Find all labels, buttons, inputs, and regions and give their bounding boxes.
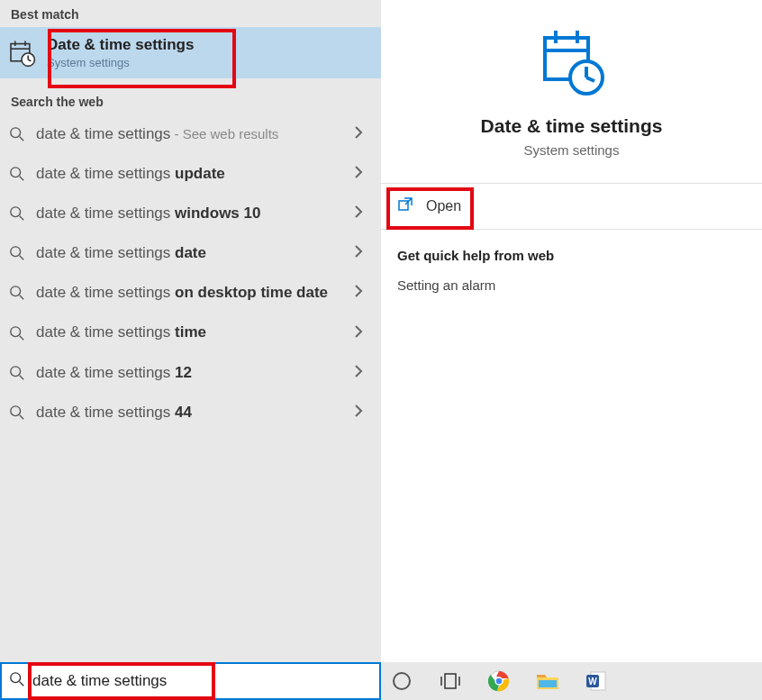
task-view-icon[interactable] [439,669,462,693]
search-icon [9,205,25,222]
svg-point-17 [11,326,21,336]
chrome-icon[interactable] [487,669,511,693]
file-explorer-icon[interactable] [536,669,559,693]
web-result-item[interactable]: date & time settings date [0,233,381,273]
svg-line-8 [20,137,24,141]
search-input[interactable] [32,672,372,690]
preview-title: Date & time settings [481,115,663,137]
svg-point-31 [11,673,21,683]
svg-point-11 [11,207,21,217]
web-result-text: date & time settings time [36,323,343,342]
chevron-right-icon [354,285,370,301]
open-button[interactable]: Open [397,196,461,216]
svg-line-12 [20,216,24,221]
quick-help-item[interactable]: Setting an alarm [397,277,746,293]
best-match-title: Date & time settings [47,36,194,54]
search-icon [9,126,25,142]
search-icon [9,285,25,301]
svg-point-39 [495,677,503,685]
svg-line-16 [20,295,24,300]
chevron-right-icon [354,126,370,142]
preview-hero: Date & time settings System settings [381,0,762,184]
svg-point-7 [11,128,21,138]
taskbar-search-box[interactable] [0,662,381,700]
svg-line-10 [20,177,24,181]
search-web-header: Search the web [0,87,381,114]
open-label: Open [426,198,461,214]
svg-rect-34 [445,674,456,688]
web-result-item[interactable]: date & time settings on desktop time dat… [0,273,381,313]
cortana-icon[interactable] [390,669,413,693]
web-result-text: date & time settings - See web results [36,124,343,144]
quick-help-section: Get quick help from web Setting an alarm [381,230,762,311]
svg-line-22 [20,414,24,419]
chevron-right-icon [354,205,370,222]
svg-text:W: W [588,677,597,686]
svg-line-32 [20,682,24,686]
search-icon [9,365,25,381]
calendar-clock-icon [536,27,608,99]
web-result-item[interactable]: date & time settings windows 10 [0,194,381,233]
svg-rect-40 [539,680,557,687]
web-results-list: date & time settings - See web resultsda… [0,114,381,432]
quick-help-header: Get quick help from web [397,248,746,263]
preview-panel: Date & time settings System settings Ope… [381,0,762,662]
word-icon[interactable]: W [585,669,608,693]
web-result-item[interactable]: date & time settings 44 [0,393,381,432]
web-result-item[interactable]: date & time settings 12 [0,353,381,393]
web-result-text: date & time settings 12 [36,363,343,383]
taskbar-tray: W [381,662,762,700]
web-result-item[interactable]: date & time settings update [0,154,381,194]
chevron-right-icon [354,166,370,182]
web-result-item[interactable]: date & time settings - See web results [0,114,381,154]
calendar-clock-icon [5,37,38,69]
web-result-text: date & time settings update [36,164,343,184]
chevron-right-icon [354,325,370,341]
web-result-text: date & time settings on desktop time dat… [36,283,343,303]
best-match-subtitle: System settings [47,56,194,69]
svg-line-20 [20,375,24,379]
search-icon [9,405,25,421]
best-match-header: Best match [0,0,381,27]
chevron-right-icon [354,405,370,421]
svg-line-14 [20,256,24,260]
web-result-text: date & time settings date [36,243,343,263]
open-external-icon [397,196,413,216]
search-results-panel: Best match Date & time settings System s… [0,0,381,662]
svg-point-13 [11,247,21,257]
svg-point-33 [394,673,410,689]
search-icon [9,325,25,341]
chevron-right-icon [354,365,370,381]
search-icon [9,245,25,261]
preview-subtitle: System settings [524,142,620,158]
svg-point-19 [11,366,21,376]
open-action-row: Open [381,184,762,230]
svg-point-15 [11,286,21,296]
web-result-text: date & time settings windows 10 [36,204,343,223]
svg-line-18 [20,335,24,340]
search-icon [9,671,25,691]
taskbar: W [0,662,762,700]
best-match-item[interactable]: Date & time settings System settings [0,27,381,78]
search-icon [9,166,25,182]
web-result-text: date & time settings 44 [36,403,343,423]
web-result-item[interactable]: date & time settings time [0,313,381,352]
svg-point-9 [11,168,21,177]
chevron-right-icon [354,245,370,261]
svg-point-21 [11,406,21,416]
